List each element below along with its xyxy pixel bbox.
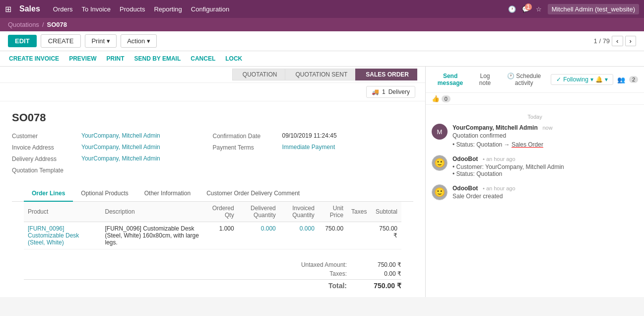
status-quotation[interactable]: QUOTATION bbox=[232, 69, 286, 80]
tab-delivery-comment[interactable]: Customer Order Delivery Comment bbox=[198, 186, 308, 202]
payment-terms-label: Payment Terms bbox=[213, 144, 282, 151]
user-menu[interactable]: Mitchell Admin (test_website) bbox=[548, 4, 639, 14]
schedule-activity-button[interactable]: 🕐 Schedule activity bbox=[501, 71, 547, 88]
app-title: Sales bbox=[19, 4, 40, 13]
payment-terms-field-row: Payment Terms Immediate Payment bbox=[213, 144, 414, 151]
create-button[interactable]: CREATE bbox=[41, 34, 81, 48]
taxes-row: Taxes: 0.00 ₹ bbox=[24, 270, 401, 277]
notification-icon-follow: 🔔 bbox=[595, 76, 603, 83]
product-link[interactable]: [FURN_0096] Customizable Desk (Steel, Wh… bbox=[28, 225, 79, 246]
pagination-prev[interactable]: ‹ bbox=[612, 36, 623, 46]
send-by-email-button[interactable]: SEND BY EMAIL bbox=[133, 53, 182, 64]
like-icon[interactable]: 👍 bbox=[432, 95, 440, 102]
table-header: Product Description Ordered Qty Delivere… bbox=[24, 202, 401, 222]
untaxed-value: 750.00 ₹ bbox=[357, 261, 401, 268]
star-icon[interactable]: ☆ bbox=[536, 5, 542, 13]
table-body: [FURN_0096] Customizable Desk (Steel, Wh… bbox=[24, 222, 401, 249]
record-toolbar: CREATE INVOICE PREVIEW PRINT SEND BY EMA… bbox=[0, 51, 644, 67]
status-quotation-sent[interactable]: QUOTATION SENT bbox=[285, 69, 356, 80]
tab-other-information[interactable]: Other Information bbox=[136, 186, 198, 202]
pagination-next[interactable]: › bbox=[625, 36, 636, 46]
cell-product: [FURN_0096] Customizable Desk (Steel, Wh… bbox=[24, 222, 101, 249]
time-2: • an hour ago bbox=[483, 156, 515, 162]
nav-orders[interactable]: Orders bbox=[52, 3, 74, 15]
delivery-address-value[interactable]: YourCompany, Mitchell Admin bbox=[81, 155, 160, 162]
author-2: OdooBot bbox=[452, 156, 478, 162]
followers-icon[interactable]: 👥 bbox=[617, 76, 625, 83]
edit-button[interactable]: EDIT bbox=[8, 35, 37, 47]
followers-count: 2 bbox=[629, 76, 638, 83]
confirmation-date-label: Confirmation Date bbox=[213, 132, 282, 140]
cell-unit-price: 750.00 bbox=[319, 222, 347, 249]
customer-field-row: Customer YourCompany, Mitchell Admin bbox=[12, 132, 213, 140]
notification-icon[interactable]: 💬 1 bbox=[522, 5, 530, 13]
order-totals: Untaxed Amount: 750.00 ₹ Taxes: 0.00 ₹ T… bbox=[12, 257, 413, 296]
payment-terms-value[interactable]: Immediate Payment bbox=[282, 144, 335, 151]
message-text-2: • Customer: YourCompany, Mitchell Admin … bbox=[452, 163, 638, 177]
col-unit-price: Unit Price bbox=[319, 202, 347, 222]
breadcrumb-current: SO078 bbox=[47, 21, 67, 28]
col-taxes: Taxes bbox=[347, 202, 371, 222]
tab-optional-products[interactable]: Optional Products bbox=[73, 186, 136, 202]
print-chevron-icon: ▾ bbox=[107, 37, 110, 45]
nav-configuration[interactable]: Configuration bbox=[190, 3, 230, 15]
col-description: Description bbox=[101, 202, 204, 222]
form-fields: Customer YourCompany, Mitchell Admin Inv… bbox=[12, 132, 413, 178]
author-1: YourCompany, Mitchell Admin bbox=[452, 124, 538, 131]
grand-total-row: Total: 750.00 ₹ bbox=[24, 279, 401, 290]
date-divider: Today bbox=[432, 114, 638, 120]
status-sales-order[interactable]: SALES ORDER bbox=[355, 69, 417, 80]
chat-body-3: OdooBot • an hour ago Sale Order created bbox=[452, 184, 638, 200]
customer-value[interactable]: YourCompany, Mitchell Admin bbox=[81, 132, 160, 139]
following-notify-chevron: ▾ bbox=[605, 76, 608, 83]
delivery-address-label: Delivery Address bbox=[12, 155, 81, 162]
create-invoice-button[interactable]: CREATE INVOICE bbox=[8, 53, 60, 64]
order-form-panel: QUOTATION QUOTATION SENT SALES ORDER 🚚 1… bbox=[0, 67, 426, 297]
action-button-label: Action bbox=[127, 37, 145, 45]
main-nav: Orders To Invoice Products Reporting Con… bbox=[52, 3, 230, 15]
author-3: OdooBot bbox=[452, 185, 478, 192]
nav-reporting[interactable]: Reporting bbox=[153, 3, 183, 15]
action-button[interactable]: Action ▾ bbox=[121, 34, 157, 48]
print-record-button[interactable]: PRINT bbox=[105, 53, 125, 64]
delivery-badge[interactable]: 🚚 1 Delivery bbox=[366, 86, 415, 98]
untaxed-amount-row: Untaxed Amount: 750.00 ₹ bbox=[24, 261, 401, 268]
top-navigation: ⊞ Sales Orders To Invoice Products Repor… bbox=[0, 0, 644, 18]
col-delivered-qty: Delivered Quantity bbox=[238, 202, 280, 222]
print-button[interactable]: Print ▾ bbox=[85, 34, 117, 48]
cell-subtotal: 750.00 ₹ bbox=[371, 222, 401, 249]
print-button-label: Print bbox=[91, 37, 105, 45]
invoice-address-value[interactable]: YourCompany, Mitchell Admin bbox=[81, 144, 160, 151]
col-product: Product bbox=[24, 202, 101, 222]
arrow-icon: → bbox=[504, 141, 510, 148]
order-lines-table: Product Description Ordered Qty Delivere… bbox=[24, 202, 401, 249]
order-form: SO078 Customer YourCompany, Mitchell Adm… bbox=[0, 101, 425, 297]
status-change-text: • Status: Quotation bbox=[452, 141, 504, 148]
nav-to-invoice[interactable]: To Invoice bbox=[81, 3, 112, 15]
untaxed-label: Untaxed Amount: bbox=[277, 261, 347, 268]
nav-products[interactable]: Products bbox=[119, 3, 146, 15]
topnav-right-icons: 🕐 💬 1 ☆ Mitchell Admin (test_website) bbox=[508, 4, 639, 14]
breadcrumb-parent[interactable]: Quotations bbox=[8, 21, 39, 28]
send-message-button[interactable]: Send message bbox=[432, 71, 469, 88]
cell-description: [FURN_0096] Customizable Desk (Steel, Wh… bbox=[101, 222, 204, 249]
app-grid-icon[interactable]: ⊞ bbox=[5, 4, 11, 14]
col-ordered-qty: Ordered Qty bbox=[204, 202, 238, 222]
lock-button[interactable]: LOCK bbox=[224, 53, 243, 64]
cell-invoiced-qty: 0.000 bbox=[280, 222, 319, 249]
confirmation-date-field-row: Confirmation Date 09/10/2019 11:24:45 bbox=[213, 132, 414, 140]
chat-message-1: M YourCompany, Mitchell Admin now Quotat… bbox=[432, 124, 638, 148]
delivery-label: Delivery bbox=[388, 88, 410, 95]
order-number: SO078 bbox=[12, 111, 413, 124]
tab-order-lines[interactable]: Order Lines bbox=[24, 186, 73, 202]
following-button[interactable]: ✓ Following ▾ 🔔 ▾ bbox=[551, 74, 613, 85]
cancel-button[interactable]: CANCEL bbox=[190, 53, 216, 64]
avatar-yourcompany: M bbox=[432, 124, 448, 140]
avatar-odoobot-2: 🙂 bbox=[432, 184, 448, 200]
time-3: • an hour ago bbox=[483, 185, 515, 191]
preview-button[interactable]: PREVIEW bbox=[68, 53, 97, 64]
cell-ordered-qty: 1.000 bbox=[204, 222, 238, 249]
log-note-button[interactable]: Log note bbox=[473, 71, 497, 88]
chat-panel: Send message Log note 🕐 Schedule activit… bbox=[426, 67, 644, 297]
clock-icon[interactable]: 🕐 bbox=[508, 5, 516, 13]
